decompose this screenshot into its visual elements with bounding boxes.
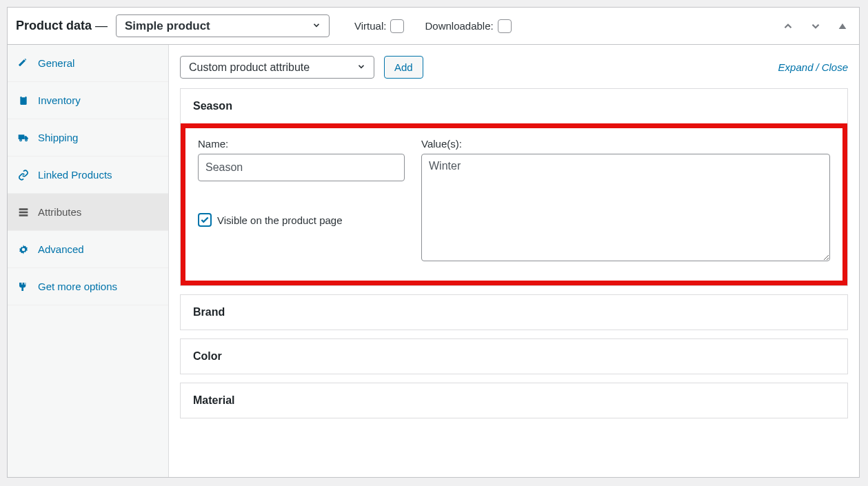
- move-down-icon[interactable]: [807, 17, 825, 35]
- product-type-select[interactable]: Simple product: [116, 14, 330, 37]
- svg-rect-2: [21, 95, 25, 97]
- name-label: Name:: [198, 138, 405, 150]
- svg-rect-3: [19, 134, 25, 139]
- slash: /: [816, 61, 818, 73]
- virtual-checkbox[interactable]: [390, 19, 404, 33]
- downloadable-label: Downloadable:: [425, 20, 493, 32]
- metabox-title: Product data —: [16, 19, 108, 33]
- clipboard-icon: [17, 95, 30, 106]
- tabs-sidebar: General Inventory Shipping Linked Produc…: [8, 45, 169, 477]
- close-link[interactable]: Close: [822, 61, 848, 73]
- virtual-group: Virtual:: [354, 19, 404, 33]
- gear-icon: [17, 244, 30, 255]
- values-label: Value(s):: [421, 138, 830, 150]
- visible-label: Visible on the product page: [217, 214, 343, 226]
- attr-left-col: Name: Visible on the product page: [198, 138, 405, 261]
- move-up-icon[interactable]: [779, 17, 797, 35]
- svg-marker-0: [839, 23, 847, 29]
- tab-general-label: General: [38, 57, 74, 69]
- attribute-season-header[interactable]: Season: [181, 89, 847, 123]
- header-checkboxes: Virtual: Downloadable:: [354, 19, 512, 33]
- wrench-icon: [17, 58, 30, 69]
- attribute-name-input[interactable]: [198, 154, 405, 181]
- visible-checkbox[interactable]: [198, 213, 212, 227]
- tab-advanced-label: Advanced: [38, 243, 84, 255]
- tab-general[interactable]: General: [8, 45, 168, 82]
- attribute-brand-header[interactable]: Brand: [180, 294, 848, 330]
- tab-linked-products[interactable]: Linked Products: [8, 156, 168, 194]
- metabox-body: General Inventory Shipping Linked Produc…: [8, 45, 859, 477]
- attributes-panel: Custom product attribute Add Expand / Cl…: [169, 45, 859, 477]
- expand-link[interactable]: Expand: [778, 61, 814, 73]
- svg-rect-7: [19, 212, 28, 213]
- tab-attributes[interactable]: Attributes: [8, 194, 168, 231]
- svg-rect-8: [19, 214, 28, 216]
- expand-close-links: Expand / Close: [778, 61, 848, 73]
- tab-inventory[interactable]: Inventory: [8, 82, 168, 119]
- svg-rect-6: [19, 208, 28, 210]
- tab-shipping-label: Shipping: [38, 132, 78, 143]
- tab-shipping[interactable]: Shipping: [8, 119, 168, 156]
- tab-inventory-label: Inventory: [38, 94, 81, 106]
- downloadable-checkbox[interactable]: [498, 19, 512, 33]
- attribute-color-header[interactable]: Color: [180, 338, 848, 374]
- attribute-values-textarea[interactable]: [421, 154, 830, 261]
- visible-on-page-row: Visible on the product page: [198, 213, 405, 227]
- downloadable-group: Downloadable:: [425, 19, 511, 33]
- tab-get-more-options[interactable]: Get more options: [8, 268, 168, 305]
- attribute-season-body: Name: Visible on the product page Value(…: [181, 123, 847, 285]
- metabox-header: Product data — Simple product Virtual: D…: [8, 8, 859, 45]
- add-button[interactable]: Add: [384, 56, 423, 79]
- panel-toolbar: Custom product attribute Add Expand / Cl…: [180, 56, 848, 79]
- title-dash: —: [95, 19, 108, 32]
- toggle-panel-icon[interactable]: [834, 18, 851, 34]
- list-icon: [17, 207, 30, 218]
- attribute-season-block: Season Name: Visible on the product page: [180, 88, 848, 286]
- attribute-type-select[interactable]: Custom product attribute: [180, 56, 374, 79]
- attr-right-col: Value(s):: [421, 138, 830, 261]
- title-text: Product data: [16, 19, 92, 32]
- plug-icon: [17, 281, 30, 292]
- svg-point-4: [20, 139, 22, 141]
- link-icon: [17, 170, 30, 181]
- tab-linked-label: Linked Products: [38, 169, 112, 181]
- svg-rect-1: [20, 97, 26, 105]
- tab-advanced[interactable]: Advanced: [8, 231, 168, 268]
- svg-point-5: [26, 139, 28, 141]
- virtual-label: Virtual:: [354, 20, 386, 32]
- tab-more-label: Get more options: [38, 281, 117, 292]
- product-data-metabox: Product data — Simple product Virtual: D…: [7, 7, 860, 478]
- header-icons: [779, 17, 851, 35]
- svg-point-10: [22, 247, 26, 251]
- attribute-material-header[interactable]: Material: [180, 383, 848, 418]
- tab-attributes-label: Attributes: [38, 206, 81, 218]
- truck-icon: [17, 132, 30, 143]
